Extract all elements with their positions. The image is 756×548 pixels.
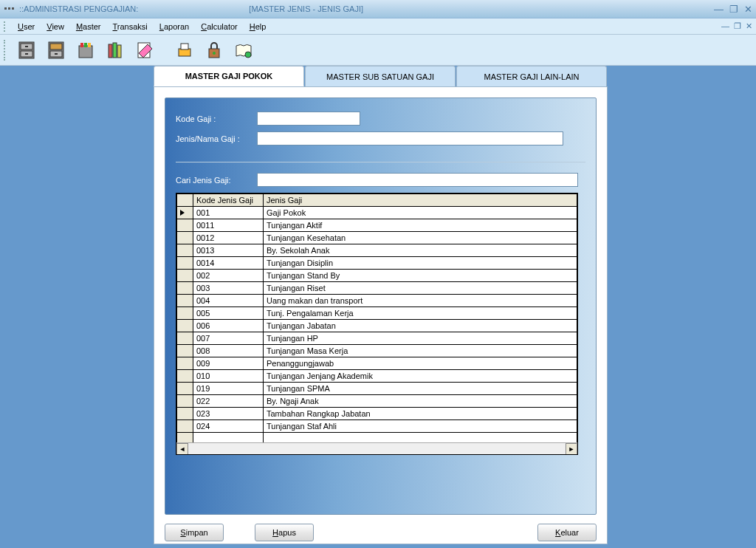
table-row[interactable]: 019Tunjangan SPMA: [177, 383, 577, 395]
cell-code[interactable]: 005: [193, 307, 264, 320]
cell-code[interactable]: 0012: [193, 232, 264, 244]
cell-code[interactable]: 0013: [193, 244, 264, 257]
cell-name[interactable]: Tunjangan Jabatan: [264, 320, 577, 332]
table-row[interactable]: 009Penanggungjawab: [177, 357, 577, 370]
table-row[interactable]: 024Tunjangan Staf Ahli: [177, 420, 577, 433]
table-row[interactable]: 004Uang makan dan transport: [177, 295, 577, 307]
row-header[interactable]: [177, 320, 193, 332]
row-header[interactable]: [177, 244, 193, 257]
cell-code[interactable]: 003: [193, 282, 264, 295]
cell-name[interactable]: Tunjangan Masa Kerja: [264, 345, 577, 357]
table-row[interactable]: 002Tunjangan Stand By: [177, 270, 577, 282]
menu-view[interactable]: View: [41, 21, 70, 32]
table-row[interactable]: 0014Tunjangan Disiplin: [177, 257, 577, 270]
tab-master-sub-satuan-gaji[interactable]: MASTER SUB SATUAN GAJI: [305, 66, 456, 86]
table-row[interactable]: 006Tunjangan Jabatan: [177, 320, 577, 332]
close-button[interactable]: ✕: [744, 4, 752, 15]
table-row[interactable]: 023Tambahan Rangkap Jabatan: [177, 408, 577, 420]
cell-name[interactable]: Tunjangan Aktif: [264, 219, 577, 232]
search-input[interactable]: [257, 173, 578, 187]
table-row[interactable]: 008Tunjangan Masa Kerja: [177, 345, 577, 357]
toolbar-button-4[interactable]: [102, 37, 128, 64]
menu-laporan[interactable]: Laporan: [154, 21, 195, 32]
row-header[interactable]: [177, 345, 193, 357]
minimize-button[interactable]: —: [714, 4, 724, 15]
cell-code[interactable]: 006: [193, 320, 264, 332]
cell-code[interactable]: 001: [193, 207, 264, 219]
menu-user[interactable]: User: [12, 21, 41, 32]
scroll-left-button[interactable]: ◄: [176, 443, 188, 455]
cell-name[interactable]: By. Sekolah Anak: [264, 244, 577, 257]
grid-header-name[interactable]: Jenis Gaji: [264, 194, 577, 207]
mdi-restore-button[interactable]: ❐: [734, 21, 741, 31]
toolbar-button-6[interactable]: [171, 37, 198, 64]
cell-name[interactable]: Tunjangan Kesehatan: [264, 232, 577, 244]
cell-name[interactable]: Tambahan Rangkap Jabatan: [264, 408, 577, 420]
row-header[interactable]: [177, 370, 193, 383]
cell-code[interactable]: 024: [193, 420, 264, 433]
cell-name[interactable]: Tunjangan Stand By: [264, 270, 577, 282]
row-header[interactable]: [177, 395, 193, 408]
cell-code[interactable]: 004: [193, 295, 264, 307]
toolbar-button-7[interactable]: [201, 37, 227, 64]
scroll-right-button[interactable]: ►: [566, 443, 577, 455]
cell-name[interactable]: Tunjangan Riset: [264, 282, 577, 295]
toolbar-button-5[interactable]: [131, 37, 158, 64]
menu-transaksi[interactable]: Transaksi: [107, 21, 154, 32]
table-row[interactable]: 001Gaji Pokok: [177, 207, 577, 219]
row-header[interactable]: [177, 383, 193, 395]
tab-master-gaji-lain-lain[interactable]: MASTER GAJI LAIN-LAIN: [456, 66, 607, 86]
mdi-close-button[interactable]: ✕: [746, 21, 752, 31]
cell-name[interactable]: Tunjangan SPMA: [264, 383, 577, 395]
cell-code[interactable]: 0011: [193, 219, 264, 232]
row-header[interactable]: [177, 332, 193, 345]
grid-horizontal-scrollbar[interactable]: ◄ ►: [176, 442, 577, 454]
table-row[interactable]: 010Tunjangan Jenjang Akademik: [177, 370, 577, 383]
tab-master-gaji-pokok[interactable]: MASTER GAJI POKOK: [154, 66, 304, 86]
row-header[interactable]: [177, 232, 193, 244]
row-header[interactable]: [177, 307, 193, 320]
row-header[interactable]: [177, 282, 193, 295]
row-header[interactable]: [177, 357, 193, 370]
cell-name[interactable]: By. Ngaji Anak: [264, 395, 577, 408]
cell-name[interactable]: Tunjangan Staf Ahli: [264, 420, 577, 433]
toolbar-button-2[interactable]: [43, 37, 69, 64]
exit-button[interactable]: Keluar: [537, 524, 597, 541]
cell-code[interactable]: 023: [193, 408, 264, 420]
cell-name[interactable]: Tunjangan HP: [264, 332, 577, 345]
cell-code[interactable]: 019: [193, 383, 264, 395]
cell-code[interactable]: 022: [193, 395, 264, 408]
table-row[interactable]: 0011Tunjangan Aktif: [177, 219, 577, 232]
cell-code[interactable]: 0014: [193, 257, 264, 270]
cell-name[interactable]: Tunjangan Disiplin: [264, 257, 577, 270]
cell-code[interactable]: 010: [193, 370, 264, 383]
menu-calculator[interactable]: Calculator: [195, 21, 244, 32]
cell-name[interactable]: Penanggungjawab: [264, 357, 577, 370]
table-row[interactable]: 022By. Ngaji Anak: [177, 395, 577, 408]
cell-code[interactable]: 009: [193, 357, 264, 370]
row-header[interactable]: [177, 207, 193, 219]
table-row[interactable]: 0013By. Sekolah Anak: [177, 244, 577, 257]
toolbar-button-1[interactable]: [13, 37, 40, 64]
scroll-track[interactable]: [188, 443, 566, 454]
cell-name[interactable]: Gaji Pokok: [264, 207, 577, 219]
cell-code[interactable]: 008: [193, 345, 264, 357]
cell-name[interactable]: Tunjangan Jenjang Akademik: [264, 370, 577, 383]
cell-name[interactable]: Uang makan dan transport: [264, 295, 577, 307]
table-row[interactable]: 007Tunjangan HP: [177, 332, 577, 345]
row-header[interactable]: [177, 295, 193, 307]
toolbar-button-8[interactable]: [230, 37, 257, 64]
table-row[interactable]: 005Tunj. Pengalaman Kerja: [177, 307, 577, 320]
cell-name[interactable]: Tunj. Pengalaman Kerja: [264, 307, 577, 320]
menu-master[interactable]: Master: [70, 21, 107, 32]
save-button[interactable]: Simpan: [165, 524, 224, 541]
row-header[interactable]: [177, 270, 193, 282]
table-row[interactable]: 0012Tunjangan Kesehatan: [177, 232, 577, 244]
menu-help[interactable]: Help: [244, 21, 272, 32]
nama-gaji-input[interactable]: [257, 131, 563, 145]
maximize-button[interactable]: ❐: [729, 4, 738, 15]
kode-gaji-input[interactable]: [257, 112, 360, 126]
data-grid[interactable]: Kode Jenis Gaji Jenis Gaji 001Gaji Pokok…: [176, 193, 578, 455]
toolbar-button-3[interactable]: [72, 37, 99, 64]
mdi-minimize-button[interactable]: —: [721, 21, 729, 31]
